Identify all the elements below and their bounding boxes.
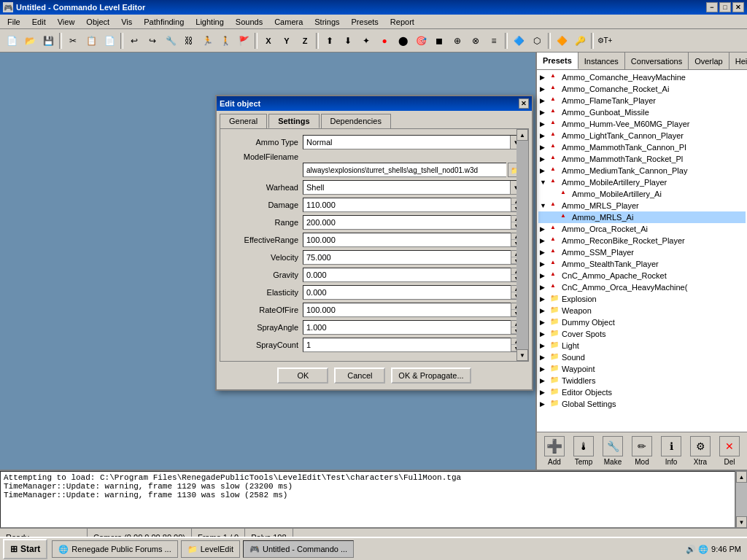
log-scroll-down[interactable]: ▼ (736, 516, 747, 528)
info-button[interactable]: ℹ Info (658, 436, 684, 466)
tab-dependencies[interactable]: Dependencies (321, 114, 391, 128)
expand-icon[interactable]: ▶ (540, 132, 549, 139)
ok-propagate-button[interactable]: OK & Propagate... (391, 368, 471, 384)
toolbar-x[interactable]: X (260, 32, 277, 50)
expand-icon[interactable]: ▶ (540, 249, 549, 256)
expand-icon[interactable]: ▶ (540, 74, 549, 81)
expand-icon[interactable]: ▶ (540, 225, 549, 233)
taskbar-item-leveledit[interactable]: 📁 LevelEdit (181, 540, 240, 558)
expand-icon[interactable]: ▶ (540, 330, 549, 338)
list-item[interactable]: ▼ ▲ Ammo_MRLS_Player (538, 200, 746, 211)
gravity-input[interactable]: 0.000 (303, 268, 511, 282)
tab-instances[interactable]: Instances (578, 52, 625, 69)
list-item[interactable]: ▶ ▲ Ammo_SSM_Player (538, 246, 746, 258)
toolbar-gear-t[interactable]: ⚙T+ (596, 32, 614, 50)
list-item[interactable]: ▶ ▲ Ammo_Comanche_HeavyMachine (538, 71, 746, 83)
make-button[interactable]: 🔧 Make (600, 436, 626, 466)
toolbar-special2[interactable]: 🔑 (571, 32, 589, 50)
expand-icon[interactable]: ▶ (540, 144, 549, 151)
expand-icon[interactable]: ▶ (540, 400, 549, 408)
toolbar-tool3[interactable]: 🏃 (198, 32, 216, 50)
toolbar-plus-circle[interactable]: ⊕ (449, 32, 466, 50)
list-item[interactable]: ▶ ▲ Ammo_Comanche_Rocket_Ai (538, 83, 746, 95)
expand-icon[interactable]: ▶ (540, 260, 549, 268)
list-item[interactable]: ▶ ▲ Ammo_MammothTank_Rocket_Pl (538, 153, 746, 165)
expand-icon[interactable]: ▶ (540, 295, 549, 303)
ammo-type-dropdown[interactable]: Normal ▼ (303, 135, 522, 149)
log-text[interactable]: Attempting to load: C:\Program Files\Ren… (0, 471, 735, 528)
menu-strings[interactable]: Strings (309, 15, 345, 28)
toolbar-cut[interactable]: ✂ (64, 32, 82, 50)
start-button[interactable]: ⊞ Start (3, 539, 47, 559)
maximize-button[interactable]: □ (719, 2, 731, 12)
menu-object[interactable]: Object (80, 15, 115, 28)
toolbar-circle[interactable]: ⬤ (394, 32, 411, 50)
toolbar-hex[interactable]: ⬡ (528, 32, 546, 50)
toolbar-save[interactable]: 💾 (39, 32, 57, 50)
list-item[interactable]: ▶ 📁 Twiddlers (538, 375, 746, 386)
toolbar-tool1[interactable]: 🔧 (162, 32, 179, 50)
list-item[interactable]: ▶ ▲ Ammo_FlameTank_Player (538, 95, 746, 106)
xtra-button[interactable]: ⚙ Xtra (687, 436, 713, 466)
toolbar-lines[interactable]: ≡ (485, 32, 503, 50)
expand-icon[interactable]: ▶ (540, 319, 549, 326)
effective-range-input[interactable]: 100.000 (303, 233, 511, 247)
expand-icon[interactable]: ▶ (540, 109, 549, 116)
minimize-button[interactable]: − (706, 2, 718, 12)
expand-icon[interactable] (550, 190, 559, 198)
list-item[interactable]: ▶ ▲ Ammo_ReconBike_Rocket_Player (538, 235, 746, 246)
tab-general[interactable]: General (220, 114, 267, 128)
tab-heightfield[interactable]: Heightfield (729, 52, 747, 69)
add-button[interactable]: ➕ Add (541, 436, 568, 466)
rate-of-fire-input[interactable]: 100.000 (303, 303, 511, 317)
tab-overlap[interactable]: Overlap (689, 52, 729, 69)
expand-icon[interactable]: ▼ (540, 179, 549, 186)
expand-icon[interactable]: ▶ (540, 85, 549, 93)
menu-vis[interactable]: Vis (115, 15, 138, 28)
expand-icon[interactable]: ▶ (540, 342, 549, 349)
toolbar-move-up[interactable]: ⬆ (321, 32, 338, 50)
toolbar-select[interactable]: ✦ (357, 32, 375, 50)
close-button[interactable]: ✕ (732, 2, 744, 12)
menu-edit[interactable]: Edit (26, 15, 52, 28)
dialog-scroll-down-btn[interactable]: ▼ (516, 349, 528, 361)
list-item[interactable]: ▶ ▲ CnC_Ammo_Apache_Rocket (538, 270, 746, 281)
list-item[interactable]: ▶ ▲ Ammo_StealthTank_Player (538, 258, 746, 270)
expand-icon[interactable]: ▶ (540, 389, 549, 396)
list-item[interactable]: ▲ Ammo_MRLS_Ai (538, 211, 746, 223)
dialog-close-button[interactable]: ✕ (519, 98, 529, 109)
toolbar-x-circle[interactable]: ⊗ (467, 32, 484, 50)
list-item[interactable]: ▶ ▲ Ammo_Orca_Rocket_Ai (538, 223, 746, 235)
list-item[interactable]: ▶ 📁 Editor Objects (538, 386, 746, 398)
tab-presets[interactable]: Presets (537, 52, 578, 69)
toolbar-target[interactable]: 🎯 (412, 32, 430, 50)
toolbar-flag[interactable]: 🚩 (235, 32, 252, 50)
log-scroll-up[interactable]: ▲ (736, 471, 747, 483)
toolbar-redo[interactable]: ↪ (144, 32, 161, 50)
elasticity-input[interactable]: 0.000 (303, 285, 511, 300)
list-item[interactable]: ▶ ▲ Ammo_Humm-Vee_M60MG_Player (538, 118, 746, 130)
list-item[interactable]: ▶ ▲ CnC_Ammo_Orca_HeavyMachine( (538, 281, 746, 293)
toolbar-move-down[interactable]: ⬇ (339, 32, 357, 50)
toolbar-paste[interactable]: 📄 (101, 32, 118, 50)
toolbar-open[interactable]: 📂 (21, 32, 39, 50)
expand-icon[interactable]: ▶ (540, 284, 549, 291)
warhead-dropdown[interactable]: Shell ▼ (303, 180, 522, 195)
dialog-scroll-up-btn[interactable]: ▲ (516, 129, 528, 141)
expand-icon[interactable]: ▶ (540, 237, 549, 244)
list-item[interactable]: ▶ ▲ Ammo_LightTank_Cannon_Player (538, 130, 746, 141)
cancel-button[interactable]: Cancel (334, 368, 385, 384)
model-filename-input[interactable]: always\explosions\turret_shells\ag_tshel… (303, 163, 506, 177)
list-item[interactable]: ▶ 📁 Global Settings (538, 398, 746, 410)
expand-icon[interactable]: ▶ (540, 365, 549, 373)
list-item[interactable]: ▶ 📁 Light (538, 340, 746, 351)
expand-icon[interactable]: ▶ (540, 354, 549, 361)
toolbar-special1[interactable]: 🔶 (553, 32, 570, 50)
list-item[interactable]: ▶ 📁 Cover Spots (538, 328, 746, 340)
expand-icon[interactable]: ▶ (540, 272, 549, 279)
spray-angle-input[interactable]: 1.000 (303, 320, 511, 335)
list-item[interactable]: ▶ ▲ Ammo_MammothTank_Cannon_Pl (538, 141, 746, 153)
toolbar-tool4[interactable]: 🚶 (217, 32, 234, 50)
toolbar-diamond[interactable]: 🔷 (510, 32, 527, 50)
list-item[interactable]: ▶ 📁 Weapon (538, 305, 746, 316)
